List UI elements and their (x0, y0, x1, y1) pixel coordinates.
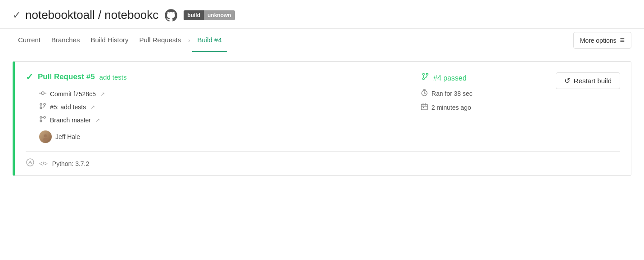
svg-point-9 (44, 134, 47, 138)
svg-point-17 (27, 159, 34, 166)
svg-point-7 (40, 120, 42, 122)
check-icon: ✓ (26, 72, 33, 82)
time-ago-row: 2 minutes ago (421, 103, 556, 112)
restart-label: Restart build (574, 77, 612, 85)
pr-link[interactable]: Pull Request #5 (38, 72, 95, 81)
nav: Current Branches Build History Pull Requ… (0, 29, 644, 52)
commit-link[interactable]: Commit f7528c5 (50, 90, 96, 98)
build-main-info: ✓ Pull Request #5 add tests (26, 72, 421, 143)
main-content: ✓ Pull Request #5 add tests (0, 52, 644, 185)
build-badge: build unknown (184, 10, 234, 20)
svg-point-13 (423, 78, 424, 80)
build-status-badge: unknown (204, 10, 235, 20)
svg-rect-16 (423, 107, 424, 108)
svg-point-6 (40, 117, 42, 118)
pr-icon (39, 103, 46, 111)
avatar (39, 130, 52, 143)
nav-item-current[interactable]: Current (13, 29, 46, 52)
pr-ref-link[interactable]: #5: add tests (50, 103, 86, 111)
nav-item-build-number[interactable]: Build #4 (192, 29, 227, 52)
python-version-label: Python: 3.7.2 (52, 160, 90, 167)
build-badge-label: build (184, 10, 204, 20)
more-options-label: More options (580, 37, 617, 44)
pr-description: add tests (99, 73, 127, 81)
branch-row: Branch master ↗ (39, 116, 421, 124)
nav-right: More options ≡ (573, 32, 631, 49)
github-icon (165, 9, 177, 22)
svg-point-11 (423, 73, 424, 75)
build-status-text: #4 passed (433, 74, 467, 82)
build-meta: Commit f7528c5 ↗ (26, 90, 421, 143)
commit-icon (39, 90, 46, 98)
breadcrumb-chevron: › (188, 37, 190, 44)
branch-link[interactable]: Branch master (50, 117, 91, 124)
build-actions: ↺ Restart build (556, 72, 620, 89)
build-card-bottom: </> Python: 3.7.2 (15, 152, 631, 175)
commit-row: Commit f7528c5 ↗ (39, 90, 421, 98)
svg-point-4 (44, 103, 45, 105)
calendar-icon (421, 103, 428, 112)
ran-for-label: Ran for 38 sec (432, 90, 473, 97)
commit-external-link-icon: ↗ (100, 91, 105, 97)
avatar-face-svg (41, 133, 50, 141)
branch-external-link-icon: ↗ (95, 117, 100, 123)
pr-status-icon (421, 72, 430, 84)
timer-icon (421, 89, 428, 98)
svg-point-12 (426, 73, 428, 75)
nav-item-pull-requests[interactable]: Pull Requests (134, 29, 187, 52)
restart-build-button[interactable]: ↺ Restart build (556, 72, 620, 89)
svg-point-10 (43, 138, 48, 141)
author-row: Jeff Hale (39, 130, 421, 143)
restart-icon: ↺ (564, 76, 570, 85)
nav-item-build-history[interactable]: Build History (85, 29, 134, 52)
branch-icon (39, 116, 46, 124)
page-icon: ✓ (13, 9, 21, 21)
pr-ref-row: #5: add tests ↗ (39, 103, 421, 111)
build-status-row: #4 passed (421, 72, 556, 84)
build-status-info: #4 passed Ran for 38 sec (421, 72, 556, 112)
svg-point-3 (40, 103, 42, 105)
build-card: ✓ Pull Request #5 add tests (13, 61, 631, 176)
svg-point-0 (41, 92, 44, 94)
time-ago-label: 2 minutes ago (432, 104, 471, 111)
code-icon: </> (39, 160, 48, 167)
pr-external-link-icon: ↗ (90, 104, 95, 110)
ran-for-row: Ran for 38 sec (421, 89, 556, 98)
hamburger-icon: ≡ (620, 36, 625, 45)
more-options-button[interactable]: More options ≡ (573, 32, 631, 49)
header: ✓ notebooktoall / notebookc build unknow… (0, 0, 644, 29)
svg-rect-15 (421, 104, 428, 110)
page-title: notebooktoall / notebookc (25, 8, 158, 22)
build-title-row: ✓ Pull Request #5 add tests (26, 72, 421, 82)
python-icon (26, 158, 35, 169)
author-name: Jeff Hale (55, 133, 80, 140)
svg-point-8 (44, 117, 45, 118)
build-card-top: ✓ Pull Request #5 add tests (15, 62, 631, 151)
nav-item-branches[interactable]: Branches (46, 29, 85, 52)
svg-point-5 (40, 107, 42, 109)
